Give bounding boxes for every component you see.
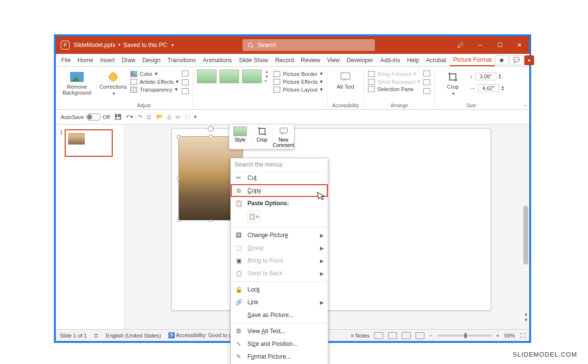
qat-icon[interactable]: ▭ — [175, 114, 180, 120]
slide-counter[interactable]: Slide 1 of 1 — [60, 333, 87, 339]
context-save-as-picture[interactable]: Save as Picture... — [231, 309, 328, 321]
corrections-button[interactable]: Corrections▾ — [99, 70, 127, 96]
accessibility-status[interactable]: ♿ Accessibility: Good to go — [168, 332, 235, 339]
context-size-and-position[interactable]: ⤡Size and Position... — [231, 338, 328, 350]
close-button[interactable]: ✕ — [510, 36, 529, 54]
tab-help[interactable]: Help — [404, 54, 423, 66]
reading-view-icon[interactable] — [402, 332, 411, 339]
remove-background-button[interactable]: Remove Background — [63, 70, 91, 96]
context-menu: Search the menus ✂Cut ⧉Copy 📋Paste Optio… — [230, 158, 328, 364]
context-link[interactable]: 🔗Link▶ — [231, 296, 328, 309]
tab-slide-show[interactable]: Slide Show — [235, 54, 271, 66]
redo-icon[interactable]: ↷ — [138, 114, 142, 120]
notes-button[interactable]: ≡ Notes — [351, 333, 369, 339]
tab-addins[interactable]: Add-ins — [377, 54, 404, 66]
undo-icon[interactable]: ↶▾ — [126, 114, 133, 120]
tab-file[interactable]: File — [58, 54, 74, 66]
align-icon[interactable] — [423, 71, 430, 76]
tab-transitions[interactable]: Transitions — [164, 54, 199, 66]
context-copy[interactable]: ⧉Copy — [231, 184, 328, 197]
slide[interactable] — [172, 128, 491, 311]
artistic-effects-button[interactable]: Artistic Effects ▾ — [130, 78, 179, 85]
mini-new-comment-button[interactable]: New Comment — [272, 124, 294, 149]
ribbon-collapse-icon[interactable]: ⌄ — [523, 102, 527, 107]
document-title[interactable]: SlideModel.pptx • Saved to this PC ▾ — [74, 42, 174, 49]
picture-effects-button[interactable]: Picture Effects ▾ — [273, 78, 323, 85]
pen-icon[interactable] — [451, 36, 470, 54]
alt-text-button[interactable]: Alt Text — [331, 70, 360, 90]
tab-review[interactable]: Review — [297, 54, 323, 66]
camera-button[interactable]: ◉ — [495, 55, 509, 65]
selection-pane-button[interactable]: Selection Pane — [368, 86, 420, 92]
qat-icon[interactable]: 🗋 — [147, 114, 152, 120]
style-thumb[interactable] — [197, 70, 217, 83]
rotate-icon[interactable] — [423, 88, 430, 94]
qat-more-icon[interactable]: ▾ — [194, 114, 197, 120]
reset-picture-icon[interactable] — [182, 88, 189, 94]
height-input[interactable]: ↕ 3.08" ▴▾ — [470, 73, 503, 80]
compress-icon[interactable] — [182, 71, 189, 76]
context-lock[interactable]: 🔒Lock — [231, 283, 328, 296]
tab-developer[interactable]: Developer — [343, 54, 377, 66]
tab-animations[interactable]: Animations — [199, 54, 235, 66]
zoom-in-button[interactable]: + — [496, 333, 499, 339]
context-cut[interactable]: ✂Cut — [231, 171, 328, 184]
mini-crop-button[interactable]: Crop — [251, 124, 272, 149]
send-backward-button[interactable]: Send Backward ▾ — [368, 78, 420, 85]
picture-layout-button[interactable]: Picture Layout ▾ — [273, 86, 323, 93]
zoom-slider[interactable] — [438, 335, 491, 337]
tab-record[interactable]: Record — [271, 54, 297, 66]
context-view-alt-text[interactable]: 🖺View Alt Text... — [231, 325, 328, 338]
maximize-button[interactable]: ☐ — [490, 36, 510, 54]
color-button[interactable]: Color ▾ — [130, 71, 179, 77]
minimize-button[interactable]: ─ — [470, 36, 490, 54]
language-status[interactable]: English (United States) — [106, 333, 161, 339]
context-format-picture[interactable]: ✎Format Picture... — [231, 350, 328, 363]
qat-icon[interactable]: 📂 — [156, 114, 163, 120]
autosave-toggle[interactable]: AutoSave Off — [61, 114, 110, 121]
scroll-thumb[interactable] — [523, 206, 528, 265]
tab-acrobat[interactable]: Acrobat — [422, 54, 449, 66]
style-thumb[interactable] — [220, 70, 239, 83]
width-input[interactable]: ↔ 4.62" ▴▾ — [470, 84, 503, 92]
spellcheck-icon[interactable]: 🗒 — [94, 333, 99, 339]
bring-forward-button[interactable]: Bring Forward ▾ — [368, 71, 420, 77]
tab-insert[interactable]: Insert — [97, 54, 118, 66]
group-icon[interactable] — [423, 79, 430, 85]
normal-view-icon[interactable] — [374, 332, 383, 339]
comments-button[interactable]: 💬 — [510, 55, 523, 65]
change-picture-icon[interactable] — [182, 79, 189, 85]
save-icon[interactable]: 💾 — [115, 114, 122, 120]
slideshow-view-icon[interactable] — [416, 332, 424, 339]
zoom-level[interactable]: 59% — [504, 333, 515, 339]
transparency-button[interactable]: Transparency ▾ — [130, 86, 179, 93]
context-search[interactable]: Search the menus — [231, 158, 328, 171]
search-box[interactable]: Search — [243, 39, 375, 51]
qat-icon[interactable]: ⎙ — [168, 114, 171, 120]
share-button[interactable]: ▸ — [524, 55, 534, 65]
filename: SlideModel.pptx — [74, 42, 115, 49]
fit-window-icon[interactable]: ⛶ — [520, 333, 525, 339]
link-icon: 🔗 — [235, 299, 243, 306]
tab-design[interactable]: Design — [139, 54, 164, 66]
rotation-handle[interactable] — [208, 126, 214, 132]
watermark: SLIDEMODEL.COM — [513, 351, 577, 358]
zoom-out-button[interactable]: − — [429, 333, 432, 339]
slide-thumbnail[interactable] — [65, 129, 113, 157]
style-thumb[interactable] — [242, 70, 262, 83]
qat-icon[interactable]: ⬚ — [185, 114, 190, 120]
context-change-picture[interactable]: 🖼Change Picture▶ — [231, 229, 328, 242]
sorter-view-icon[interactable] — [388, 332, 397, 339]
paste-option-button[interactable]: 📋A — [247, 211, 260, 222]
picture-border-button[interactable]: Picture Border ▾ — [273, 71, 323, 77]
vertical-scrollbar[interactable]: ▲ ▼ — [522, 127, 528, 326]
slide-thumbnails-panel[interactable]: 1 — [56, 124, 124, 329]
slide-number: 1 — [60, 129, 63, 157]
tab-picture-format[interactable]: Picture Format — [450, 54, 495, 66]
tab-home[interactable]: Home — [74, 54, 97, 66]
picture-styles-gallery[interactable]: ▲▼▾ — [197, 70, 270, 83]
tab-view[interactable]: View — [323, 54, 343, 66]
tab-draw[interactable]: Draw — [118, 54, 139, 66]
crop-button[interactable]: Crop▾ — [439, 70, 467, 96]
mini-style-button[interactable]: Style — [229, 124, 251, 149]
